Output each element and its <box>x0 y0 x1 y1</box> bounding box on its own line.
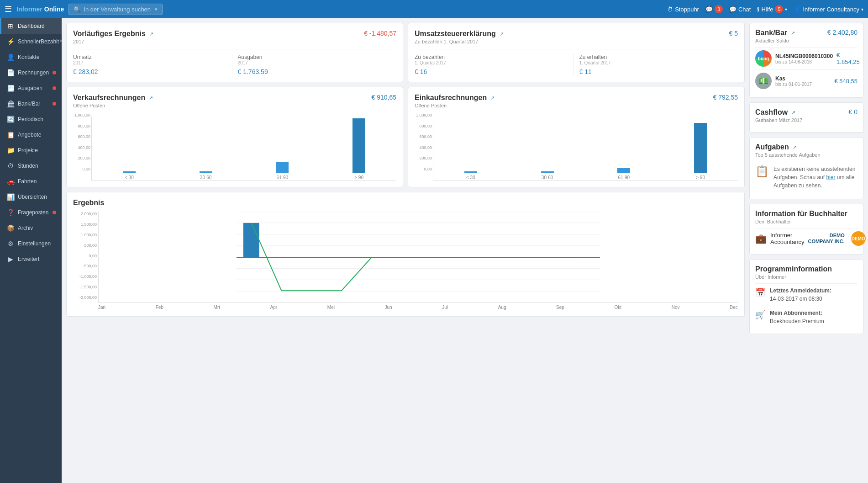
bar <box>541 171 554 173</box>
chat-button[interactable]: 💬 Chat <box>729 6 751 13</box>
buchhalter-icon: 💼 <box>755 233 767 244</box>
sidebar-item-kontakte[interactable]: 👤 Kontakte <box>0 49 62 65</box>
sidebar-item-erweitert[interactable]: ▶ Erweitert <box>0 251 62 267</box>
cashflow-external-icon[interactable]: ↗ <box>791 110 795 116</box>
bar-group: < 30 <box>95 171 163 180</box>
bankbar-card: Bank/Bar ↗ Aktueller Saldo € 2.402,80 bu… <box>749 23 863 98</box>
sidebar-label: Archiv <box>18 225 56 231</box>
bank-item-bunq: bunq NL45INGB0006010300 bis zu 14-08-201… <box>755 47 857 69</box>
zu-bezahlen-value: € 16 <box>415 68 573 75</box>
ausgaben-year: 2017 <box>238 60 397 65</box>
sidebar-icon: 📋 <box>7 131 14 138</box>
search-bar[interactable]: 🔍 ▾ <box>68 4 163 15</box>
sidebar-item-ausgaben[interactable]: 🧾 Ausgaben <box>0 80 62 96</box>
einkaufsrechnungen-total: € 792,55 <box>713 94 738 101</box>
app-logo: InformerOnline <box>16 5 64 13</box>
sidebar-icon: 🏦 <box>7 100 14 107</box>
verkaufsrechnungen-card: Verkaufsrechnungen ↗ Offene Posten € 910… <box>66 87 403 187</box>
verkaufsrechnungen-subtitle: Offene Posten <box>73 103 153 108</box>
bunq-amount: € 1.854,25 <box>836 52 860 65</box>
sidebar-icon: 👤 <box>7 53 14 61</box>
sidebar-icon: ⊞ <box>7 22 14 30</box>
umsatzsteuer-card: Umsatzsteuererklärung ↗ Zu bezahlen 1. Q… <box>408 23 745 82</box>
ausgaben-value: € 1.763,59 <box>238 68 397 75</box>
demo-badge: DEMO <box>851 231 866 246</box>
sidebar-item-archiv[interactable]: 📦 Archiv <box>0 220 62 236</box>
search-input[interactable] <box>84 6 152 13</box>
bar <box>352 118 365 173</box>
hilfe-button[interactable]: ℹ Hilfe 5 ▾ <box>757 5 787 13</box>
right-column: Bank/Bar ↗ Aktueller Saldo € 2.402,80 bu… <box>749 23 863 478</box>
sidebar-dot <box>53 211 56 214</box>
bar <box>464 171 477 173</box>
umsatzsteuer-title: Umsatzsteuererklärung <box>415 30 496 38</box>
verkaufsrechnungen-external-icon[interactable]: ↗ <box>149 95 153 101</box>
sidebar-icon: 📄 <box>7 69 14 76</box>
verkaufsrechnungen-barchart: < 30 30-60 61-90 <box>91 117 396 180</box>
sidebar-label: Erweitert <box>18 256 56 262</box>
aufgaben-card: Aufgaben ↗ Top 5 ausstehende Aufgaben 📋 … <box>749 137 863 199</box>
bar-group: 30-60 <box>514 171 581 180</box>
bar-group: 30-60 <box>172 171 240 180</box>
sidebar-label: Angebote <box>18 132 56 138</box>
subscription-item: 🛒 Mein Abbonnement: Boekhouden Premium <box>755 306 857 328</box>
sidebar-label: Projekte <box>18 147 56 154</box>
aufgaben-external-icon[interactable]: ↗ <box>793 144 797 150</box>
bar <box>276 162 289 173</box>
hamburger-icon[interactable]: ☰ <box>5 4 12 14</box>
einkaufsrechnungen-external-icon[interactable]: ↗ <box>490 95 494 101</box>
messages-badge: 3 <box>715 5 723 13</box>
ergebnis-card: Ergebnis 2.000,00 1.500,00 1.000,00 500,… <box>66 192 745 317</box>
sidebar-item-periodisch[interactable]: 🔄 Periodisch <box>0 111 62 127</box>
bankbar-external-icon[interactable]: ↗ <box>791 30 795 36</box>
stoppuhr-button[interactable]: ⏱ Stoppuhr <box>667 6 699 13</box>
einkaufsrechnungen-barchart: < 30 30-60 61-90 <box>433 117 738 180</box>
umsatzsteuer-external-icon[interactable]: ↗ <box>500 31 504 37</box>
aufgaben-hier-link[interactable]: hier <box>826 174 835 180</box>
main-content: Vorläufiges Ergebnis ↗ 2017 € -1.480,57 … <box>62 18 868 483</box>
umsatzsteuer-header: Umsatzsteuererklärung ↗ Zu bezahlen 1. Q… <box>415 30 738 44</box>
bar-group: > 90 <box>667 123 734 180</box>
sidebar-icon: ⚙ <box>7 240 14 247</box>
sidebar-item-ubersichten[interactable]: 📊 Übersichten <box>0 189 62 205</box>
user-menu[interactable]: 👤 Informer Consultancy ▾ <box>794 6 863 13</box>
vorlaufiges-external-icon[interactable]: ↗ <box>149 31 153 37</box>
umsatz-year: 2017 <box>73 60 232 65</box>
zu-erhalten-period: 1. Quartal 2017 <box>579 60 738 65</box>
zu-erhalten-value: € 11 <box>579 68 738 75</box>
sidebar-item-frageposten[interactable]: ❓ Frageposten <box>0 205 62 220</box>
bankbar-subtitle: Aktueller Saldo <box>755 38 795 43</box>
vorlaufiges-stats: Umsatz 2017 € 283,02 Ausgaben 2017 € 1.7… <box>73 49 396 75</box>
sidebar-label: Einstellungen <box>18 240 56 247</box>
abo-label: Mein Abbonnement: <box>770 310 822 316</box>
sidebar-icon: ▶ <box>7 255 14 263</box>
sidebar-label: Dashboard <box>18 23 56 29</box>
sidebar-item-schneller[interactable]: ⚡ SchnellerBezahlt™ <box>0 34 62 49</box>
sidebar-item-bankbar[interactable]: 🏦 Bank/Bar <box>0 96 62 111</box>
sidebar-item-angebote[interactable]: 📋 Angebote <box>0 127 62 143</box>
topnav-right: ⏱ Stoppuhr 💬 3 💬 Chat ℹ Hilfe 5 ▾ 👤 Info… <box>667 5 863 13</box>
search-dropdown-icon[interactable]: ▾ <box>155 6 158 12</box>
sidebar-item-projekte[interactable]: 📁 Projekte <box>0 143 62 158</box>
sidebar-label: SchnellerBezahlt™ <box>18 38 62 45</box>
sidebar-icon: ⚡ <box>7 38 14 45</box>
kas-name: Kas <box>775 75 831 82</box>
umsatz-value: € 283,02 <box>73 68 232 75</box>
sidebar-item-rechnungen[interactable]: 📄 Rechnungen <box>0 65 62 80</box>
kas-amount: € 548,55 <box>834 78 857 85</box>
sidebar: ⊞ Dashboard ⚡ SchnellerBezahlt™ 👤 Kontak… <box>0 18 62 483</box>
kas-logo: 💵 <box>755 73 772 89</box>
sidebar-item-fahrten[interactable]: 🚗 Fahrten <box>0 174 62 189</box>
sidebar-item-dashboard[interactable]: ⊞ Dashboard <box>0 18 62 34</box>
top-row: Vorläufiges Ergebnis ↗ 2017 € -1.480,57 … <box>66 23 745 82</box>
sidebar-label: Ausgaben <box>18 85 49 91</box>
sidebar-label: Rechnungen <box>18 69 49 76</box>
ergebnis-svg <box>98 212 738 303</box>
cart-icon: 🛒 <box>755 310 765 320</box>
messages-button[interactable]: 💬 3 <box>705 5 723 13</box>
sidebar-item-einstellungen[interactable]: ⚙ Einstellungen <box>0 236 62 251</box>
abo-value: Boekhouden Premium <box>770 318 824 324</box>
vorlaufiges-year: 2017 <box>73 39 153 44</box>
sidebar-label: Bank/Bar <box>18 101 49 107</box>
sidebar-item-stunden[interactable]: ⏱ Stunden <box>0 158 62 174</box>
